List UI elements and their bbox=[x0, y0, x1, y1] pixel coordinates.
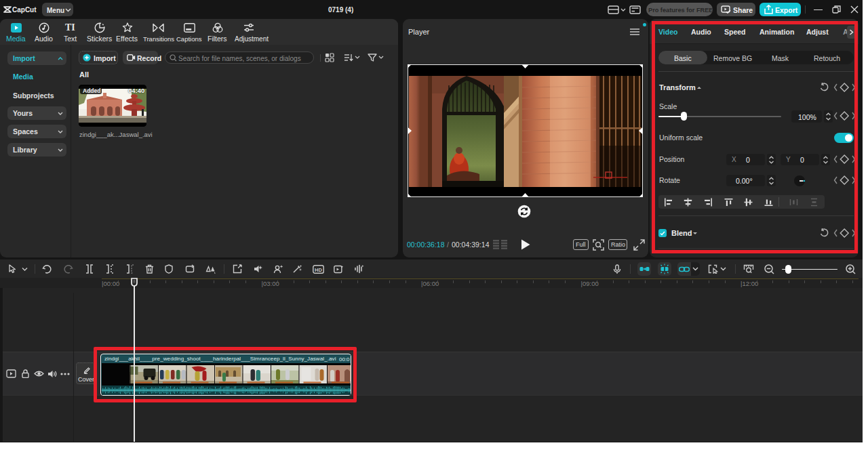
svg-text:HD: HD bbox=[315, 266, 322, 272]
